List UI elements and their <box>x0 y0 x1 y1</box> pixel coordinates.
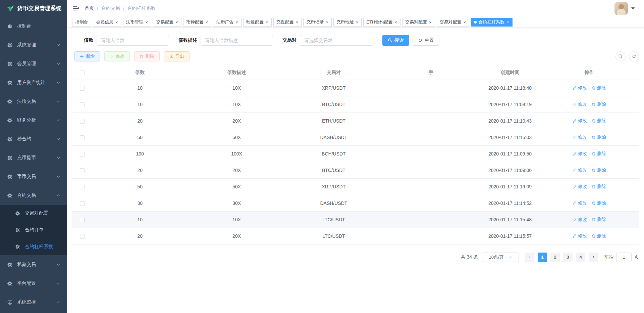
sidebar-item-deposit-withdraw[interactable]: 充币提币 <box>0 148 67 167</box>
sidebar-item-finance-analysis[interactable]: 财务分析 <box>0 111 67 130</box>
row-checkbox[interactable] <box>80 234 85 239</box>
tab[interactable]: 充提配置 × <box>273 18 302 27</box>
row-checkbox[interactable] <box>80 168 85 173</box>
multiple-input[interactable] <box>97 35 169 46</box>
row-checkbox[interactable] <box>80 152 85 156</box>
close-icon[interactable]: × <box>205 20 209 25</box>
sidebar-item-member-mgmt[interactable]: 会员管理 <box>0 54 67 73</box>
row-checkbox[interactable] <box>80 119 85 124</box>
goto-page-input[interactable] <box>616 253 632 262</box>
sidebar-item-leverage-coefficient[interactable]: 合约杠杆系数 <box>0 238 67 255</box>
tab[interactable]: 交易对配置 × <box>402 18 435 27</box>
row-delete-link[interactable]: 删除 <box>592 134 606 140</box>
close-icon[interactable]: × <box>265 20 269 25</box>
close-icon[interactable]: × <box>325 20 329 25</box>
tab[interactable]: 控制台 × <box>72 18 91 27</box>
row-edit-link[interactable]: 修改 <box>573 184 587 190</box>
caret-down-icon[interactable] <box>631 7 635 9</box>
row-edit-link[interactable]: 修改 <box>573 101 587 107</box>
sidebar-item-system-monitor[interactable]: 系统监控 <box>0 293 67 312</box>
row-edit-link[interactable]: 修改 <box>573 85 587 91</box>
desc-input[interactable] <box>201 35 273 46</box>
table-search-toggle-button[interactable] <box>615 51 626 61</box>
close-icon[interactable]: × <box>175 20 178 25</box>
tab[interactable]: 秒速配置 × <box>243 18 272 27</box>
page-number-button[interactable]: 2 <box>550 253 560 262</box>
close-icon[interactable]: × <box>394 20 397 25</box>
close-icon[interactable]: × <box>145 20 149 25</box>
row-delete-link[interactable]: 删除 <box>592 151 606 157</box>
sidebar-item-contract-trade[interactable]: 合约交易 <box>0 186 67 205</box>
close-icon[interactable]: × <box>356 20 359 25</box>
tab[interactable]: 币种配置 × <box>183 18 212 27</box>
delete-button[interactable]: 删除 <box>134 51 160 61</box>
row-delete-link[interactable]: 删除 <box>592 233 606 239</box>
chevron-down-icon <box>56 43 60 47</box>
sidebar-item-pair-config[interactable]: 交易对配置 <box>0 205 67 222</box>
sidebar-item-dashboard[interactable]: 控制台 <box>0 17 67 36</box>
export-button[interactable]: 导出 <box>164 51 190 61</box>
row-edit-link[interactable]: 修改 <box>573 200 587 206</box>
row-delete-link[interactable]: 删除 <box>592 200 606 206</box>
row-edit-link[interactable]: 修改 <box>573 233 587 239</box>
sidebar-item-coin-trade[interactable]: 币币交易 <box>0 167 67 186</box>
search-button[interactable]: 搜索 <box>382 35 409 46</box>
tab[interactable]: 充币记录 × <box>303 18 332 27</box>
avatar[interactable] <box>614 2 628 15</box>
row-checkbox[interactable] <box>80 86 85 91</box>
prev-page-button[interactable] <box>525 253 534 262</box>
sidebar-item-second-contract[interactable]: 秒合约 <box>0 130 67 148</box>
tab[interactable]: 充币地址 × <box>333 18 362 27</box>
sidebar-item-platform-config[interactable]: 平台配置 <box>0 274 67 293</box>
reset-button[interactable]: 重置 <box>413 35 439 46</box>
row-edit-link[interactable]: 修改 <box>573 118 587 124</box>
tab[interactable]: 法币广告 × <box>213 18 241 27</box>
sidebar-item-user-assets[interactable]: 用户资产统计 <box>0 73 67 92</box>
close-icon[interactable]: × <box>235 20 238 25</box>
tab[interactable]: 法币管理 × <box>123 18 152 27</box>
row-edit-link[interactable]: 修改 <box>573 134 587 140</box>
close-icon[interactable]: × <box>506 20 509 25</box>
sidebar-item-fiat-trade[interactable]: 法币交易 <box>0 92 67 111</box>
row-edit-link[interactable]: 修改 <box>573 167 587 173</box>
tab[interactable]: ETH合约配置 × <box>363 18 400 27</box>
sidebar-item-system-mgmt[interactable]: 系统管理 <box>0 36 67 54</box>
table-row: 50 50X XRP/USDT 2020-01-17 11:19:09 修改 <box>72 178 639 195</box>
row-delete-link[interactable]: 删除 <box>592 217 606 223</box>
table-refresh-button[interactable] <box>629 51 639 61</box>
close-icon[interactable]: × <box>296 20 299 25</box>
row-delete-link[interactable]: 删除 <box>592 118 606 124</box>
hamburger-icon[interactable] <box>72 5 79 11</box>
sidebar-item-contract-orders[interactable]: 合约订单 <box>0 222 67 238</box>
row-delete-link[interactable]: 删除 <box>592 184 606 190</box>
next-page-button[interactable] <box>589 253 598 262</box>
tab[interactable]: 交易对配置 × <box>437 18 470 27</box>
page-number-button[interactable]: 3 <box>563 253 573 262</box>
add-button[interactable]: 新增 <box>74 51 100 61</box>
select-all-checkbox[interactable] <box>80 71 85 75</box>
pair-select[interactable] <box>300 35 372 46</box>
tab[interactable]: 合约杠杆系数 × <box>471 18 513 27</box>
page-number-button[interactable]: 4 <box>576 253 585 262</box>
row-edit-link[interactable]: 修改 <box>573 151 587 157</box>
tab[interactable]: 会员信息 × <box>93 18 121 27</box>
breadcrumb-home[interactable]: 首页 <box>85 5 94 11</box>
sidebar-item-private-trade[interactable]: 私募交易 <box>0 255 67 274</box>
row-delete-link[interactable]: 删除 <box>592 101 606 107</box>
close-icon[interactable]: × <box>429 20 432 25</box>
page-number-button[interactable]: 1 <box>538 253 547 262</box>
close-icon[interactable]: × <box>115 20 118 25</box>
tab[interactable]: 交易配置 × <box>153 18 181 27</box>
page-size-select[interactable]: 10条/页 <box>482 253 519 262</box>
row-checkbox[interactable] <box>80 201 85 206</box>
row-delete-link[interactable]: 删除 <box>592 85 606 91</box>
row-checkbox[interactable] <box>80 218 85 222</box>
row-checkbox[interactable] <box>80 135 85 140</box>
row-edit-link[interactable]: 修改 <box>573 217 587 223</box>
row-checkbox[interactable] <box>80 102 85 107</box>
breadcrumb-contract-trade[interactable]: 合约交易 <box>101 5 120 11</box>
row-checkbox[interactable] <box>80 185 85 189</box>
edit-button[interactable]: 修改 <box>104 51 130 61</box>
row-delete-link[interactable]: 删除 <box>592 167 606 173</box>
close-icon[interactable]: × <box>463 20 467 25</box>
